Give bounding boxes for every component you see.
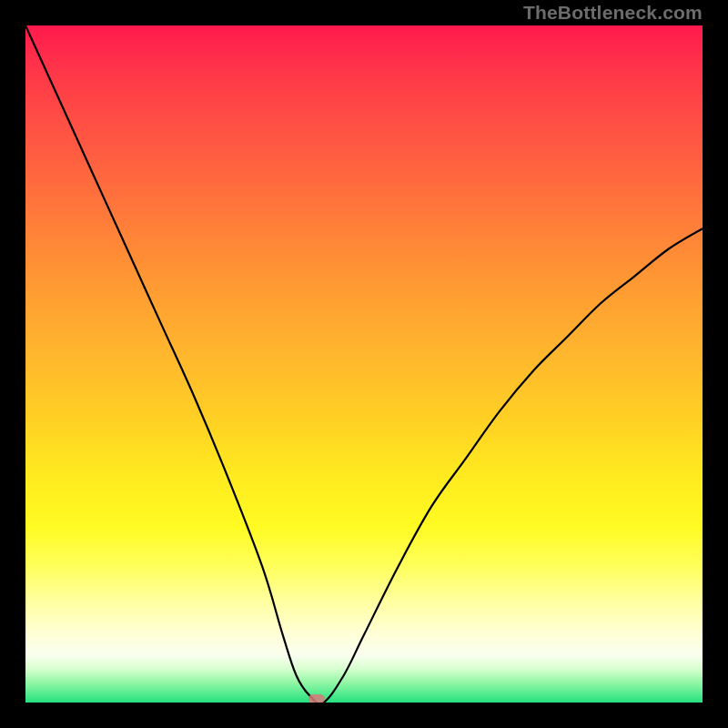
watermark-text: TheBottleneck.com bbox=[523, 2, 703, 24]
bottleneck-curve bbox=[25, 25, 703, 703]
plot-area bbox=[25, 25, 703, 703]
optimum-marker bbox=[308, 694, 325, 703]
curve-layer bbox=[25, 25, 703, 703]
chart-frame: TheBottleneck.com bbox=[0, 0, 728, 728]
